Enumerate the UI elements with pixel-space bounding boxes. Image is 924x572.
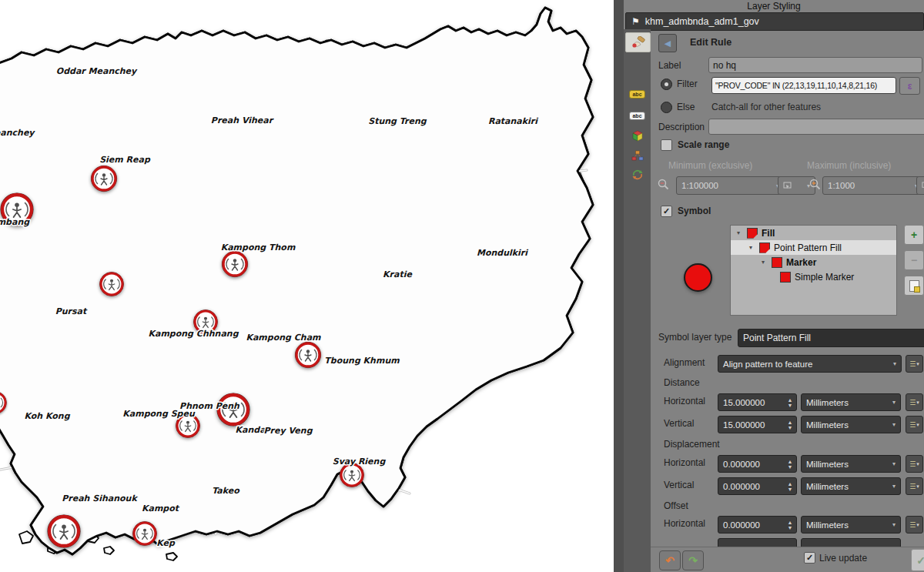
- alignment-combo[interactable]: Align pattern to feature ▾: [718, 355, 902, 373]
- panel-splitter[interactable]: [614, 0, 624, 572]
- displacement-horizontal-label: Horizontal: [664, 457, 705, 468]
- minimum-scale-combo[interactable]: 1:100000 ▾: [676, 176, 785, 195]
- symbol-layers-tree: ▾ Fill ▾ Point Pattern Fill ▾ Marker Sim…: [730, 225, 897, 316]
- remove-symbol-layer-button[interactable]: −: [904, 250, 924, 270]
- province-label: Preah Sihanouk: [62, 493, 138, 503]
- minimum-caption: Minimum (exclusive): [668, 160, 752, 171]
- edit-rule-title: Edit Rule: [690, 37, 732, 48]
- displacement-vertical-spinbox[interactable]: 0.000000 ▲▼: [718, 477, 797, 495]
- symbol-preview: [684, 263, 712, 292]
- tab-symbology[interactable]: [625, 32, 651, 52]
- map-canvas[interactable]: Oddar MeancheyBanteay MeancheySiem ReapP…: [0, 0, 614, 572]
- province-label: Tboung Khmum: [324, 356, 400, 366]
- apply-button[interactable]: ✓: [911, 549, 924, 571]
- filter-expression-input[interactable]: "PROV_CODE" IN (22,13,19,11,10,14,8,21,1…: [711, 77, 896, 94]
- chevron-down-icon: ▾: [762, 259, 768, 266]
- tree-item-point-pattern-fill[interactable]: ▾ Point Pattern Fill: [731, 240, 896, 255]
- spin-value: 15.000000: [723, 398, 765, 407]
- province-label: Kratie: [383, 269, 413, 279]
- hq-marker-icon: [100, 273, 124, 296]
- offset-horizontal-unit-combo[interactable]: Millimeters ▾: [801, 516, 901, 534]
- distance-vertical-unit-combo[interactable]: Millimeters ▾: [801, 416, 901, 433]
- scale-range-caption: Scale range: [678, 139, 729, 150]
- diagram-icon: [631, 149, 644, 162]
- else-description: Catch-all for other features: [711, 102, 821, 112]
- undo-button[interactable]: ↶: [659, 550, 681, 570]
- tab-history[interactable]: [625, 166, 649, 184]
- layer-name: khm_admbnda_adm1_gov: [645, 16, 759, 27]
- zoom-in-icon: [808, 178, 822, 192]
- displacement-vertical-label: Vertical: [664, 480, 694, 490]
- distance-vertical-spinbox[interactable]: 15.000000 ▲▼: [718, 416, 797, 433]
- unit-value: Millimeters: [806, 420, 849, 430]
- displacement-horizontal-spinbox[interactable]: 0.000000 ▲▼: [718, 455, 797, 473]
- province-label: Prey Veng: [263, 426, 313, 436]
- displacement-vertical-unit-combo[interactable]: Millimeters ▾: [801, 477, 901, 495]
- set-max-from-canvas-button[interactable]: [916, 176, 924, 195]
- distance-horizontal-spinbox[interactable]: 15.000000 ▲▼: [718, 393, 797, 411]
- expression-builder-button[interactable]: ε: [899, 77, 920, 95]
- tab-diagrams[interactable]: [625, 146, 649, 165]
- offset-title: Offset: [664, 500, 688, 511]
- province-label: Kampong Speu: [122, 409, 196, 419]
- symbol-layer-type-combo[interactable]: Point Pattern Fill: [738, 329, 924, 347]
- scale-range-checkbox[interactable]: [661, 139, 672, 151]
- province-label: Siem Reap: [99, 155, 151, 165]
- province-label: Kampot: [142, 503, 180, 513]
- province-label: Banteay Meanchey: [0, 128, 35, 138]
- data-defined-override-button[interactable]: ☰▾: [906, 477, 923, 495]
- else-radio[interactable]: [661, 102, 672, 113]
- spinner-arrows-icon[interactable]: ▲▼: [785, 479, 795, 493]
- displacement-title: Displacement: [664, 439, 720, 450]
- layer-styling-panel: Layer Styling ⚑ khm_admbnda_adm1_gov abc…: [624, 0, 924, 572]
- check-icon: ✓: [663, 206, 670, 216]
- labels-icon: abc: [629, 90, 644, 99]
- data-defined-override-button[interactable]: ☰▾: [906, 416, 923, 433]
- unit-value: Millimeters: [806, 520, 849, 530]
- tree-item-simple-marker[interactable]: Simple Marker: [731, 269, 896, 284]
- offset-horizontal-spinbox[interactable]: 0.000000 ▲▼: [718, 516, 797, 534]
- back-button[interactable]: ◀: [658, 34, 677, 52]
- hq-marker-icon: [48, 515, 80, 547]
- live-update-label: Live update: [819, 553, 867, 564]
- data-defined-override-button[interactable]: ☰▾: [906, 355, 923, 373]
- marker-swatch-icon: [772, 257, 782, 268]
- province-label: Svay Rieng: [333, 457, 387, 467]
- tab-labels[interactable]: abc: [625, 85, 649, 103]
- province-label: Battambang: [0, 217, 30, 227]
- province-label: Kampong Cham: [246, 333, 321, 343]
- add-symbol-layer-button[interactable]: +: [904, 225, 924, 245]
- maximum-scale-combo[interactable]: 1:1000 ▾: [822, 176, 923, 195]
- spinner-arrows-icon[interactable]: ▲▼: [785, 395, 795, 410]
- spinner-arrows-icon[interactable]: ▲▼: [785, 457, 795, 471]
- data-defined-override-button[interactable]: ☰▾: [906, 455, 923, 473]
- paintbrush-icon: [631, 36, 645, 49]
- data-defined-override-button[interactable]: ☰▾: [906, 393, 923, 411]
- tree-item-fill[interactable]: ▾ Fill: [731, 226, 896, 240]
- qgis-window: Oddar MeancheyBanteay MeancheySiem ReapP…: [0, 0, 924, 572]
- data-defined-override-button[interactable]: ☰▾: [906, 516, 923, 534]
- displacement-horizontal-unit-combo[interactable]: Millimeters ▾: [801, 455, 901, 473]
- tree-item-marker[interactable]: ▾ Marker: [731, 255, 896, 269]
- spinner-arrows-icon[interactable]: ▲▼: [785, 417, 795, 432]
- simple-marker-swatch-icon: [780, 272, 791, 283]
- label-input[interactable]: no hq: [708, 57, 922, 73]
- tab-3d-view[interactable]: [625, 127, 649, 146]
- distance-horizontal-unit-combo[interactable]: Millimeters ▾: [801, 393, 901, 411]
- duplicate-symbol-layer-button[interactable]: [904, 276, 924, 296]
- spinner-arrows-icon[interactable]: ▲▼: [785, 517, 795, 532]
- redo-icon: ↷: [688, 554, 698, 567]
- tab-masks[interactable]: abc: [625, 106, 649, 125]
- hq-marker-icon: [340, 463, 364, 487]
- alignment-value: Align pattern to feature: [723, 360, 812, 369]
- dropdown-icon: ▾: [889, 483, 896, 490]
- layer-selector[interactable]: ⚑ khm_admbnda_adm1_gov: [625, 12, 924, 31]
- redo-button[interactable]: ↷: [682, 550, 704, 570]
- filter-radio[interactable]: [661, 79, 672, 90]
- live-update-checkbox[interactable]: ✓: [804, 552, 815, 564]
- symbol-checkbox[interactable]: ✓: [661, 206, 672, 217]
- chevron-down-icon: ▾: [749, 244, 755, 251]
- panel-title: Layer Styling: [624, 1, 924, 12]
- spin-value: 15.000000: [723, 420, 765, 430]
- description-input[interactable]: [708, 119, 924, 135]
